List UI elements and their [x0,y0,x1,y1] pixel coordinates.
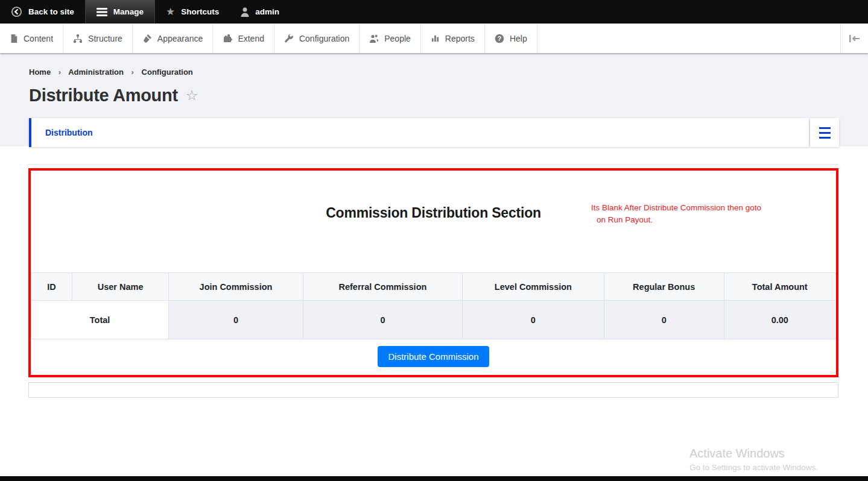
admin-menu-bar: Content Structure Appearanc [0,24,868,53]
svg-text:?: ? [498,34,501,42]
question-circle-icon: ? [495,34,504,43]
commission-distribution-section: Commission Distribution Section Its Blan… [28,168,838,377]
menu-item-appearance[interactable]: Appearance [133,24,214,53]
menu-item-extend[interactable]: Extend [213,24,274,53]
breadcrumb-configuration[interactable]: Configuration [142,68,193,77]
table-total-row: Total 0 0 0 0 0.00 [31,301,836,339]
page: Back to site Manage ★ Shortcuts [0,0,868,481]
menu-item-reports-label: Reports [445,34,475,43]
shortcuts-button[interactable]: ★ Shortcuts [155,0,230,24]
col-header-level-commission: Level Commission [463,273,604,301]
total-referral-commission-cell: 0 [303,301,462,339]
toolbar-collapse-button[interactable] [840,24,868,53]
blank-note-line2: on Run Payout. [591,214,790,226]
tab-distribution[interactable]: Distribution [29,118,809,147]
menu-item-help-label: Help [510,34,527,43]
back-to-site-label: Back to site [28,7,74,16]
distribute-commission-button[interactable]: Distribute Commission [378,346,489,367]
puzzle-icon [223,34,232,43]
menu-item-extend-label: Extend [238,34,264,43]
col-header-regular-bonus: Regular Bonus [604,273,724,301]
menu-item-appearance-label: Appearance [157,34,203,43]
tab-distribution-label: Distribution [45,128,93,137]
admin-user-label: admin [255,7,279,16]
page-header: Home › Administration › Configuration Di… [0,53,868,146]
content-divider [28,164,838,165]
breadcrumb-separator: › [131,68,134,77]
brush-icon [142,34,152,43]
activate-windows-watermark: Activate Windows Go to Settings to activ… [689,447,818,472]
tasks-menu-button[interactable] [810,118,839,147]
blank-note-line1: Its Blank After Distribute Commission th… [591,202,790,214]
watermark-subtitle: Go to Settings to activate Windows. [689,463,818,472]
hamburger-icon [97,8,107,16]
menu-item-configuration[interactable]: Configuration [274,24,360,53]
back-arrow-circle-icon [11,6,22,17]
wrench-icon [284,34,294,43]
total-label-cell: Total [31,301,169,339]
file-icon [10,34,18,43]
menu-item-people[interactable]: People [360,24,421,53]
col-header-join-commission: Join Commission [169,273,303,301]
star-outline-icon[interactable]: ☆ [186,89,198,102]
breadcrumb: Home › Administration › Configuration [29,68,839,77]
taskbar-edge [0,476,868,481]
bar-chart-icon [431,34,440,43]
local-tasks: Distribution [29,118,839,147]
sitemap-icon [73,34,83,43]
menu-item-reports[interactable]: Reports [421,24,485,53]
manage-label: Manage [113,7,144,16]
menu-item-content[interactable]: Content [0,24,63,53]
shortcuts-label: Shortcuts [181,7,219,16]
toolbar-spacer [537,24,840,53]
menu-item-people-label: People [384,34,411,43]
total-join-commission-cell: 0 [169,301,303,339]
total-amount-cell: 0.00 [724,301,835,339]
commission-table: ID User Name Join Commission Referral Co… [31,272,836,339]
admin-user-button[interactable]: admin [230,0,290,24]
menu-item-content-label: Content [24,34,53,43]
breadcrumb-administration[interactable]: Administration [68,68,124,77]
menu-hamburger-icon [819,127,831,129]
table-header-row: ID User Name Join Commission Referral Co… [31,273,836,301]
watermark-title: Activate Windows [689,447,818,461]
menu-item-configuration-label: Configuration [299,34,349,43]
total-regular-bonus-cell: 0 [604,301,724,339]
people-icon [369,34,379,43]
col-header-referral-commission: Referral Commission [303,273,462,301]
page-title: Distribute Amount [29,86,178,105]
menu-item-structure-label: Structure [88,34,122,43]
main-content: Commission Distribution Section Its Blan… [0,164,868,481]
breadcrumb-home[interactable]: Home [29,68,51,77]
manage-menu-button[interactable]: Manage [85,0,155,24]
col-header-id: ID [31,273,72,301]
breadcrumb-separator: › [59,68,61,77]
total-level-commission-cell: 0 [463,301,604,339]
menu-item-structure[interactable]: Structure [63,24,133,53]
col-header-user-name: User Name [72,273,169,301]
empty-panel [28,382,838,398]
admin-toolbar: Back to site Manage ★ Shortcuts [0,0,868,24]
user-icon [241,7,249,17]
back-to-site-button[interactable]: Back to site [0,0,85,24]
col-header-total-amount: Total Amount [724,273,835,301]
collapse-left-icon [849,34,860,43]
menu-item-help[interactable]: ? Help [485,24,537,53]
star-icon: ★ [166,7,175,17]
blank-note: Its Blank After Distribute Commission th… [591,202,790,227]
